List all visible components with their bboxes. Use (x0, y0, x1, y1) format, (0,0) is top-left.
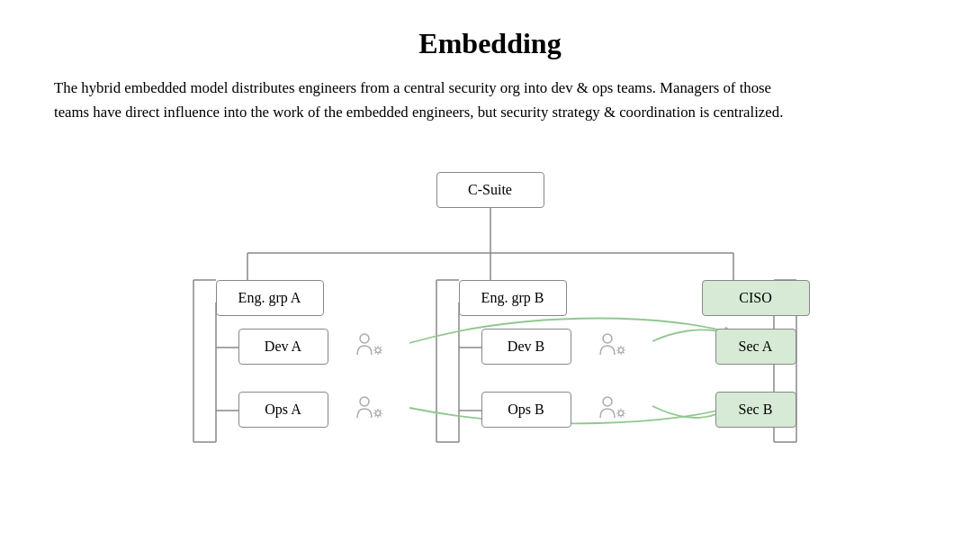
svg-line-62 (617, 415, 619, 417)
svg-line-39 (374, 410, 376, 411)
svg-line-42 (374, 415, 376, 417)
svg-line-60 (623, 415, 625, 417)
svg-point-34 (375, 411, 380, 415)
ops-a-box: Ops A (238, 392, 328, 428)
ops-a-person-icon (342, 392, 396, 428)
dev-a-person-icon (342, 329, 396, 365)
svg-line-32 (374, 352, 376, 354)
eng-grp-a-box: Eng. grp A (216, 280, 324, 316)
dev-b-person-icon (585, 329, 639, 365)
svg-line-30 (380, 352, 382, 354)
page-description: The hybrid embedded model distributes en… (54, 77, 792, 125)
svg-point-53 (603, 397, 612, 406)
ciso-box: CISO (702, 280, 810, 316)
svg-line-51 (623, 347, 625, 348)
svg-point-24 (375, 348, 380, 352)
csuite-box: C-Suite (436, 172, 544, 208)
diagram: C-Suite Eng. grp A Eng. grp B CISO Dev A (85, 154, 895, 478)
svg-point-54 (618, 411, 623, 415)
sec-b-box: Sec B (715, 392, 796, 428)
svg-line-29 (374, 347, 376, 348)
svg-line-59 (617, 410, 619, 411)
eng-grp-b-box: Eng. grp B (459, 280, 567, 316)
svg-line-50 (623, 352, 625, 354)
svg-line-41 (380, 410, 382, 411)
svg-point-43 (603, 334, 612, 343)
svg-point-44 (618, 348, 623, 352)
ops-b-person-icon (585, 392, 639, 428)
svg-point-23 (360, 334, 369, 343)
ops-b-box: Ops B (481, 392, 571, 428)
svg-line-31 (380, 347, 382, 348)
svg-line-49 (617, 347, 619, 348)
dev-b-box: Dev B (481, 329, 571, 365)
dev-a-box: Dev A (238, 329, 328, 365)
svg-line-52 (617, 352, 619, 354)
sec-a-box: Sec A (715, 329, 796, 365)
page-title: Embedding (54, 27, 926, 60)
svg-line-40 (380, 415, 382, 417)
svg-point-33 (360, 397, 369, 406)
svg-line-61 (623, 410, 625, 411)
